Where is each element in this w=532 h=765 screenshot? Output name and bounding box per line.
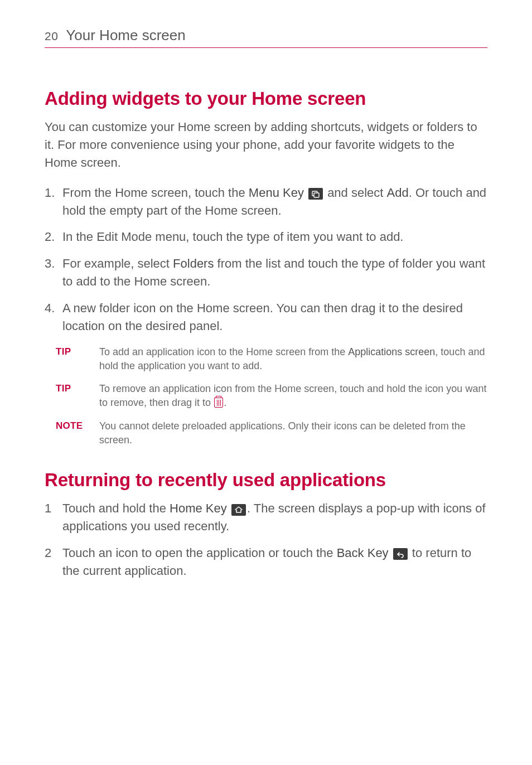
- manual-page: 20 Your Home screen Adding widgets to yo…: [0, 0, 532, 623]
- tip-2: TIP To remove an application icon from t…: [56, 382, 487, 410]
- section1-intro: You can customize your Home screen by ad…: [45, 118, 487, 172]
- running-header: 20 Your Home screen: [45, 27, 487, 48]
- step-1: From the Home screen, touch the Menu Key…: [45, 184, 487, 220]
- home-key-label: Home Key: [170, 501, 227, 515]
- menu-key-label: Menu Key: [249, 186, 304, 200]
- step1-text-a: From the Home screen, touch the: [62, 186, 249, 200]
- step-1: Touch and hold the Home Key . The screen…: [45, 500, 487, 535]
- section2-steps: Touch and hold the Home Key . The screen…: [45, 500, 487, 580]
- tip-1: TIP To add an application icon to the Ho…: [56, 345, 487, 373]
- step-2: Touch an icon to open the application or…: [45, 544, 487, 580]
- step1-text-b: and select: [324, 186, 387, 200]
- s2-step1-a: Touch and hold the: [62, 501, 170, 515]
- callouts-block: TIP To add an application icon to the Ho…: [45, 345, 487, 447]
- tip-label: TIP: [56, 382, 89, 410]
- step-2: In the Edit Mode menu, touch the type of…: [45, 228, 487, 246]
- tip1-body: To add an application icon to the Home s…: [99, 345, 487, 373]
- applications-screen-label: Applications screen: [348, 346, 435, 357]
- step-4: A new folder icon on the Home screen. Yo…: [45, 299, 487, 335]
- folders-label: Folders: [173, 256, 214, 270]
- tip2-a: To remove an application icon from the H…: [99, 383, 486, 408]
- back-key-icon: [393, 548, 408, 560]
- note-label: NOTE: [56, 419, 89, 447]
- running-title: Your Home screen: [66, 27, 185, 44]
- tip2-b: .: [224, 397, 226, 408]
- page-number: 20: [45, 30, 58, 43]
- tip1-a: To add an application icon to the Home s…: [99, 346, 348, 357]
- step-3: For example, select Folders from the lis…: [45, 255, 487, 290]
- home-key-icon: [231, 504, 246, 516]
- tip2-body: To remove an application icon from the H…: [99, 382, 487, 410]
- section1-steps: From the Home screen, touch the Menu Key…: [45, 184, 487, 335]
- menu-key-icon: [308, 188, 323, 200]
- back-key-label: Back Key: [337, 546, 389, 560]
- note-body: You cannot delete preloaded applications…: [99, 419, 487, 447]
- section-heading-recent: Returning to recently used applications: [45, 469, 487, 491]
- tip-label: TIP: [56, 345, 89, 373]
- step3-text-a: For example, select: [62, 256, 173, 270]
- note-1: NOTE You cannot delete preloaded applica…: [56, 419, 487, 447]
- s2-step2-a: Touch an icon to open the application or…: [62, 546, 337, 560]
- section-heading-widgets: Adding widgets to your Home screen: [45, 88, 487, 109]
- trash-icon: [214, 398, 223, 408]
- svg-rect-1: [314, 193, 319, 197]
- add-label: Add: [387, 186, 409, 200]
